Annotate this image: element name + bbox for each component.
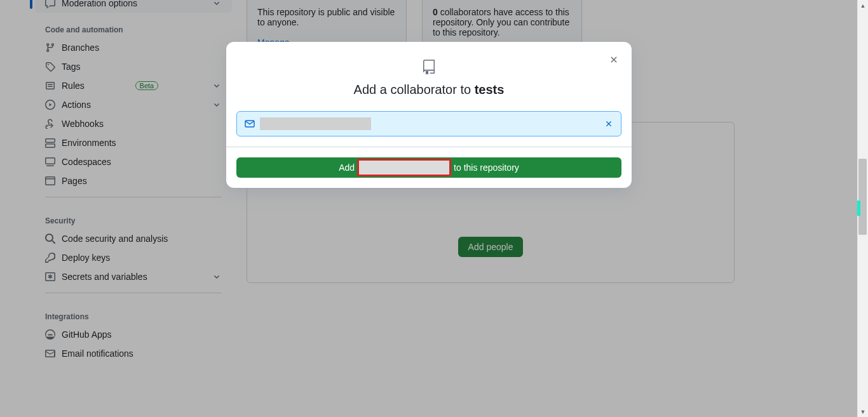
branch-icon [45, 43, 55, 53]
chevron-down-icon [212, 100, 222, 110]
play-icon [45, 100, 55, 110]
rules-icon [45, 81, 55, 91]
sidebar-item-tags[interactable]: Tags [35, 57, 232, 76]
sidebar-item-pages[interactable]: Pages [35, 171, 232, 190]
input-value-redacted [260, 117, 371, 130]
sidebar-item-actions[interactable]: Actions [35, 95, 232, 114]
label: Email notifications [62, 348, 133, 359]
server-icon [45, 138, 55, 148]
sidebar-item-moderation[interactable]: Moderation options [35, 0, 232, 13]
scroll-down-button[interactable]: ▼ [858, 406, 868, 417]
label: Actions [62, 100, 91, 110]
mail-icon [45, 348, 55, 359]
comment-icon [45, 0, 55, 8]
add-people-button[interactable]: Add people [458, 237, 524, 257]
label: Code security and analysis [62, 234, 168, 244]
scrollbar-thumb[interactable] [858, 159, 867, 235]
label: Moderation options [62, 0, 137, 8]
collab-count: 0 [433, 7, 438, 17]
browser-icon [45, 176, 55, 186]
key-icon [45, 253, 55, 263]
asterisk-icon [45, 272, 55, 282]
sidebar-item-rules[interactable]: Rules Beta [35, 76, 232, 95]
label: Rules [62, 81, 85, 91]
codespaces-icon [45, 157, 55, 167]
close-button[interactable] [606, 52, 621, 67]
label: Webhooks [62, 119, 104, 129]
webhook-icon [45, 119, 55, 129]
add-to-repository-button[interactable]: Add to this repository [236, 157, 621, 178]
chevron-down-icon [212, 272, 222, 282]
settings-sidebar: Moderation options Code and automation B… [35, 0, 232, 363]
chevron-down-icon [212, 0, 222, 8]
chevron-down-icon [212, 81, 222, 91]
sidebar-item-environments[interactable]: Environments [35, 133, 232, 152]
codescan-icon [45, 234, 55, 244]
sidebar-item-github-apps[interactable]: GitHub Apps [35, 325, 232, 344]
section-header-integrations: Integrations [35, 300, 232, 325]
hubot-icon [45, 329, 55, 340]
username-redacted [357, 159, 451, 176]
repo-icon [421, 60, 437, 75]
visibility-text: This repository is public and visible to… [257, 7, 396, 27]
divider [45, 197, 222, 197]
sidebar-item-codespaces[interactable]: Codespaces [35, 152, 232, 171]
label: Codespaces [62, 157, 111, 167]
label: Pages [62, 176, 87, 186]
divider [45, 293, 222, 293]
label: GitHub Apps [62, 329, 112, 340]
label: Secrets and variables [62, 272, 147, 282]
clear-icon[interactable] [604, 119, 613, 128]
sidebar-item-code-security[interactable]: Code security and analysis [35, 229, 232, 248]
modal-title: Add a collaborator to tests [241, 83, 616, 97]
sidebar-item-branches[interactable]: Branches [35, 38, 232, 57]
sidebar-item-deploy-keys[interactable]: Deploy keys [35, 248, 232, 267]
scroll-marker [857, 201, 860, 216]
section-header-code-automation: Code and automation [35, 13, 232, 38]
mail-icon [245, 119, 255, 129]
collab-text: collaborators have access to this reposi… [433, 7, 569, 37]
beta-badge: Beta [135, 81, 159, 90]
label: Branches [62, 43, 99, 53]
sidebar-item-email-notifications[interactable]: Email notifications [35, 344, 232, 363]
label: Deploy keys [62, 253, 110, 263]
add-collaborator-modal: Add a collaborator to tests Add to this … [226, 42, 632, 188]
tag-icon [45, 62, 55, 72]
section-header-security: Security [35, 204, 232, 229]
label: Environments [62, 138, 116, 148]
sidebar-item-webhooks[interactable]: Webhooks [35, 114, 232, 133]
sidebar-item-secrets[interactable]: Secrets and variables [35, 267, 232, 286]
collaborator-search-input[interactable] [236, 111, 621, 136]
label: Tags [62, 62, 81, 72]
scroll-up-button[interactable]: ▲ [858, 0, 868, 11]
